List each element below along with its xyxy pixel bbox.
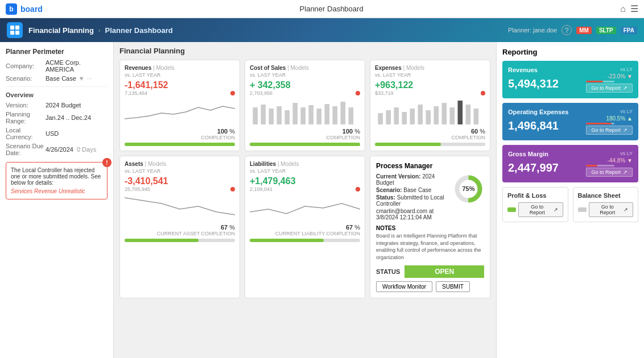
- pm-scenario-value: Base Case: [403, 187, 431, 193]
- version-row: Version: 2024 Budget: [6, 102, 108, 109]
- exp-ref: $33,719: [375, 90, 485, 96]
- badge-mm: MM: [576, 27, 592, 34]
- currency-label: Local Currency:: [6, 127, 46, 140]
- cos-completion: 100 %: [250, 128, 360, 135]
- company-value: ACME Corp. AMERICA: [46, 59, 108, 73]
- home-icon[interactable]: ⌂: [620, 4, 626, 14]
- bs-indicator: [578, 207, 587, 212]
- cos-delta: + 342,358: [250, 80, 360, 90]
- badge-sltp: SLTP: [596, 27, 616, 34]
- pm-sub-text: cmartin@board.com at 3/8/2024 12:11:04 A…: [376, 208, 434, 220]
- pm-workflow-monitor-button[interactable]: Workflow Monitor: [376, 281, 432, 292]
- top-cards-grid: Revenues | Models vs. LAST YEAR -1,641,1…: [119, 60, 490, 151]
- nav-page-title: Planner Dashboard: [105, 26, 173, 35]
- scenario-more-icon[interactable]: ···: [87, 75, 92, 82]
- revenues-status-dot: [230, 91, 235, 95]
- svg-rect-19: [394, 107, 399, 124]
- company-row: Company: ACME Corp. AMERICA: [6, 59, 108, 73]
- liab-completion: 67 %: [250, 224, 360, 231]
- assets-ref-value: 25,705,945: [125, 186, 150, 192]
- top-bar: b board Planner Dashboard ⌂ ☰: [0, 0, 644, 18]
- rp-gm-goto-button[interactable]: Go to Report ↗: [586, 168, 633, 177]
- revenues-chart: [125, 96, 235, 124]
- exp-status-dot: [481, 91, 485, 95]
- svg-rect-25: [441, 103, 447, 124]
- pl-goto-button[interactable]: Go to Report ↗: [518, 202, 563, 217]
- logo-icon: b: [6, 3, 17, 15]
- assets-chart: [125, 192, 235, 220]
- exp-completion: 60 %: [375, 128, 485, 135]
- rp-gm-value: 2,447,997: [508, 161, 559, 174]
- assets-progress-fill: [125, 239, 199, 242]
- scenario-dropdown-icon[interactable]: ▼: [79, 75, 85, 82]
- cos-completion-label: COMPLETION: [250, 135, 360, 140]
- rp-opex-goto-button[interactable]: Go to Report ↗: [586, 126, 633, 135]
- liab-subtitle: Models: [280, 161, 299, 167]
- planner-perimeter-title: Planner Perimeter: [6, 48, 108, 56]
- rp-gm-row: Gross Margin vs LY: [508, 151, 633, 157]
- pm-submit-button[interactable]: SUBMIT: [436, 281, 470, 292]
- nav-sep: ›: [98, 27, 101, 34]
- svg-rect-9: [292, 103, 298, 124]
- nav-section-title: Financial Planning: [28, 26, 94, 35]
- error-detail: Services Revenue Unrealistic: [11, 188, 102, 194]
- error-message: The Local Controller has rejected one or…: [11, 167, 102, 186]
- revenues-card-header: Revenues | Models: [125, 65, 235, 71]
- liab-ref: 2,109,041: [250, 186, 360, 192]
- rp-rev-title: Revenues: [508, 66, 538, 73]
- assets-pct: 67: [221, 224, 228, 231]
- cos-subtitle: Models: [291, 65, 309, 71]
- svg-rect-7: [276, 106, 282, 124]
- revenues-subtitle: Models: [156, 65, 174, 71]
- nav-app-icon: [7, 22, 23, 38]
- cos-ref-value: 2,703,956: [250, 90, 273, 96]
- error-box: ! The Local Controller has rejected one …: [6, 162, 108, 199]
- left-panel: Planner Perimeter Company: ACME Corp. AM…: [0, 42, 114, 358]
- badge-fpa: FPA: [621, 27, 637, 34]
- pm-open-button[interactable]: OPEN: [404, 265, 484, 278]
- fp-title: Financial Planning: [119, 47, 490, 55]
- rp-rev-value: 5,494,312: [508, 77, 559, 90]
- rp-gm-vs: vs LY: [620, 151, 633, 156]
- revenues-delta: -1,641,152: [125, 80, 235, 90]
- revenues-ref: 7,135,464: [125, 90, 235, 96]
- currency-row: Local Currency: USD: [6, 127, 108, 140]
- svg-rect-10: [300, 107, 306, 124]
- bs-goto-button[interactable]: Go to Report ↗: [589, 202, 633, 217]
- svg-rect-2: [10, 31, 14, 35]
- svg-rect-13: [324, 104, 329, 124]
- cos-status-dot: [356, 91, 360, 95]
- currency-value: USD: [46, 130, 59, 137]
- assets-ref: 25,705,945: [125, 186, 235, 192]
- assets-status-dot: [230, 187, 235, 192]
- cost-of-sales-card: Cost of Sales | Models vs. LAST YEAR + 3…: [245, 60, 365, 151]
- help-icon[interactable]: ?: [562, 25, 572, 35]
- window-title: Planner Dashboard: [300, 5, 364, 13]
- exp-subtitle: Models: [406, 65, 424, 71]
- liab-status-dot: [356, 187, 360, 192]
- exp-title: Expenses: [375, 65, 402, 71]
- pl-row: Go to Report ↗: [507, 202, 563, 217]
- assets-progress-bar: [125, 239, 235, 242]
- process-manager: Process Manager Current Version: 2024 Bu…: [370, 156, 490, 298]
- cos-pct: 100: [342, 128, 353, 135]
- liab-period: vs. LAST YEAR: [250, 168, 360, 174]
- exp-header: Expenses | Models: [375, 65, 485, 71]
- rp-opex-delta: 180.5% ▲: [586, 115, 633, 122]
- planning-range-row: Planning Range: Jan.24 .. Dec.24: [6, 111, 108, 124]
- days-value: 0 Days: [77, 146, 96, 153]
- planning-range-label: Planning Range:: [6, 111, 46, 124]
- svg-rect-4: [253, 107, 258, 124]
- menu-icon[interactable]: ☰: [630, 3, 638, 14]
- planner-label: Planner: jane.doe: [508, 27, 557, 34]
- rp-rev-goto-button[interactable]: Go to Report ↗: [586, 84, 633, 93]
- svg-rect-0: [10, 26, 14, 30]
- liab-completion-label: CURRENT LIABILITY COMPLETION: [250, 231, 360, 236]
- svg-rect-28: [466, 105, 471, 124]
- svg-rect-14: [333, 106, 338, 124]
- revenues-title: Revenues: [125, 65, 151, 71]
- planning-range-value: Jan.24 .. Dec.24: [46, 114, 91, 121]
- pm-info: Current Version: 2024 Budget Scenario: B…: [376, 173, 447, 222]
- liab-delta: +1,479,463: [250, 176, 360, 186]
- svg-rect-12: [316, 109, 321, 124]
